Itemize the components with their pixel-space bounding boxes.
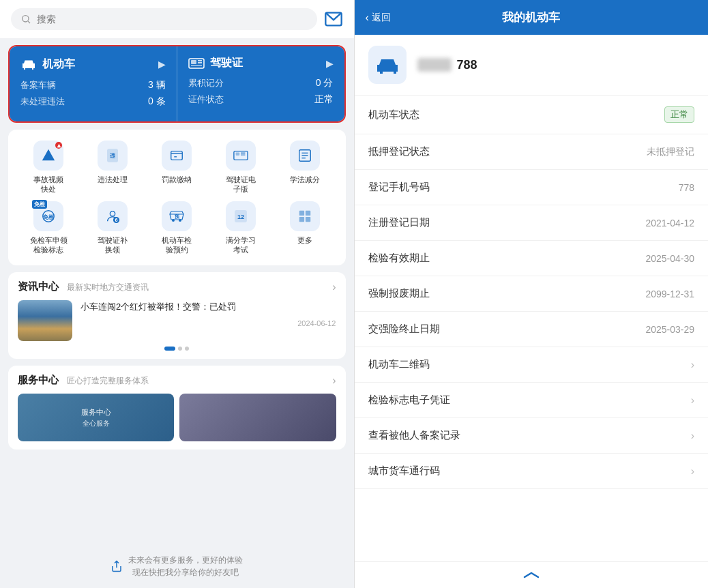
detail-value-6: 2025-03-29 <box>645 324 694 335</box>
detail-list: 机动车状态 正常 抵押登记状态 未抵押登记 登记手机号码 778 注册登记日期 … <box>355 95 709 561</box>
back-button[interactable]: ‹ 返回 <box>366 12 391 24</box>
service-fine-icon <box>162 141 192 171</box>
detail-row-regdate: 注册登记日期 2021-04-12 <box>355 205 709 241</box>
svg-rect-18 <box>236 152 240 156</box>
right-panel: ‹ 返回 我的机动车 788 机动车状态 正常 抵押登记状态 未抵押登记 登记手… <box>355 0 709 588</box>
detail-row-mortgage: 抵押登记状态 未抵押登记 <box>355 134 709 170</box>
service-exempt-label: 免检车申领检验标志 <box>30 235 68 255</box>
vehicle-value-2: 0 条 <box>148 95 166 108</box>
vehicle-label-1: 备案车辆 <box>20 79 56 91</box>
service-booking-icon: 预 <box>162 201 192 231</box>
detail-row-phone: 登记手机号码 778 <box>355 170 709 205</box>
news-arrow-icon[interactable]: › <box>332 281 336 293</box>
service-renew-icon: 6 <box>98 201 128 231</box>
service-booking-label: 机动车检验预约 <box>162 235 192 255</box>
vehicle-value-1: 3 辆 <box>148 79 166 91</box>
service-booking[interactable]: 预 机动车检验预约 <box>145 201 209 255</box>
detail-value-1: 未抵押登记 <box>647 146 694 158</box>
detail-label-6: 交强险终止日期 <box>368 323 440 336</box>
service-fine-label: 罚款缴纳 <box>162 175 192 184</box>
back-label: 返回 <box>372 12 391 24</box>
detail-row-truck-code[interactable]: 城市货车通行码 › <box>355 454 709 489</box>
license-arrow: ▶ <box>326 58 334 69</box>
svg-rect-37 <box>299 217 304 222</box>
news-title-wrap: 资讯中心 最新实时地方交通资讯 <box>18 280 149 293</box>
detail-row-inspect: 检验有效期止 2025-04-30 <box>355 241 709 276</box>
svg-text:6: 6 <box>115 217 118 223</box>
footer-text: 未来会有更多服务，更好的体验 现在快把我分享给你的好友吧 <box>128 554 243 578</box>
detail-row-insurance: 交强险终止日期 2025-03-29 <box>355 312 709 347</box>
detail-row-status: 机动车状态 正常 <box>355 95 709 134</box>
svg-line-1 <box>28 21 30 23</box>
detail-row-inspect-cert[interactable]: 检验标志电子凭证 › <box>355 383 709 418</box>
news-subtitle: 最新实时地方交通资讯 <box>67 282 149 292</box>
services-grid: 事故视频快处 违 违法处理 罚款缴纳 驾驶证电子版 <box>16 141 338 254</box>
vehicle-card-header: 机动车 ▶ <box>20 56 166 72</box>
collapse-icon[interactable] <box>521 570 542 580</box>
service-center-section: 服务中心 匠心打造完整服务体系 › 服务中心 全心服务 <box>8 366 346 450</box>
car-icon <box>20 56 37 72</box>
service-more[interactable]: 更多 <box>273 201 337 255</box>
service-study-label: 学法减分 <box>290 175 320 184</box>
svg-rect-36 <box>306 210 310 215</box>
service-img-1[interactable]: 服务中心 全心服务 <box>18 394 174 441</box>
vehicle-row-2: 未处理违法 0 条 <box>20 95 166 108</box>
license-value-1: 0 分 <box>316 77 334 89</box>
detail-value-3: 2021-04-12 <box>645 218 694 229</box>
news-title-text: 小车连闯2个红灯被举报！交警：已处罚 <box>80 300 336 314</box>
service-accident[interactable]: 事故视频快处 <box>16 141 80 194</box>
service-accident-label: 事故视频快处 <box>33 175 63 194</box>
news-item[interactable]: 小车连闯2个红灯被举报！交警：已处罚 2024-06-12 <box>18 300 336 341</box>
right-header: ‹ 返回 我的机动车 <box>355 0 709 35</box>
service-study-icon <box>290 141 320 171</box>
service-renew[interactable]: 6 驾驶证补换领 <box>80 201 145 255</box>
svg-rect-35 <box>299 210 304 215</box>
detail-row-qrcode[interactable]: 机动车二维码 › <box>355 347 709 383</box>
car-avatar-icon <box>375 55 400 74</box>
service-fullstudy-icon: 12 <box>226 201 256 231</box>
svg-rect-14 <box>171 151 183 160</box>
detail-arrow-8: › <box>691 394 694 407</box>
detail-arrow-10: › <box>691 465 694 477</box>
news-content: 小车连闯2个红灯被举报！交警：已处罚 2024-06-12 <box>80 300 336 327</box>
detail-label-4: 检验有效期止 <box>368 252 430 265</box>
search-input[interactable] <box>37 14 308 25</box>
detail-label-5: 强制报废期止 <box>368 287 430 300</box>
vehicle-card[interactable]: 机动车 ▶ 备案车辆 3 辆 未处理违法 0 条 <box>10 46 177 121</box>
service-ecard[interactable]: 驾驶证电子版 <box>209 141 273 194</box>
license-row-1: 累积记分 0 分 <box>188 77 334 89</box>
back-arrow-icon: ‹ <box>366 12 369 24</box>
service-ecard-label: 驾驶证电子版 <box>226 175 256 194</box>
license-card[interactable]: 驾驶证 ▶ 累积记分 0 分 证件状态 正常 <box>177 46 344 121</box>
service-center-header: 服务中心 匠心打造完整服务体系 › <box>18 374 336 387</box>
service-exempt[interactable]: 免检 免检 免检车申领检验标志 <box>16 201 80 255</box>
svg-point-31 <box>179 219 181 222</box>
service-violation-icon: 违 <box>98 141 128 171</box>
search-icon <box>20 14 31 25</box>
car-avatar <box>368 46 407 84</box>
service-violation-label: 违法处理 <box>98 175 128 184</box>
service-center-arrow-icon[interactable]: › <box>332 374 336 387</box>
service-exempt-icon: 免检 免检 <box>33 201 63 231</box>
detail-arrow-7: › <box>691 359 694 371</box>
detail-label-7: 机动车二维码 <box>368 358 430 371</box>
search-bar <box>0 0 354 38</box>
license-card-header: 驾驶证 ▶ <box>188 56 334 70</box>
mail-icon[interactable] <box>324 10 343 29</box>
service-fine[interactable]: 罚款缴纳 <box>145 141 209 194</box>
license-row-2: 证件状态 正常 <box>188 93 334 106</box>
car-info-header: 788 <box>355 35 709 95</box>
car-plate-blur <box>417 58 452 72</box>
service-violation[interactable]: 违 违法处理 <box>80 141 145 194</box>
search-input-wrap[interactable] <box>11 8 317 30</box>
service-fullstudy[interactable]: 12 满分学习考试 <box>209 201 273 255</box>
detail-arrow-9: › <box>691 430 694 442</box>
service-img-2[interactable] <box>179 394 336 441</box>
service-center-title-wrap: 服务中心 匠心打造完整服务体系 <box>18 374 149 387</box>
vehicle-label-2: 未处理违法 <box>20 95 65 108</box>
detail-row-others-record[interactable]: 查看被他人备案记录 › <box>355 418 709 454</box>
license-label-1: 累积记分 <box>188 77 224 89</box>
bottom-handle <box>355 561 709 588</box>
service-study[interactable]: 学法减分 <box>273 141 337 194</box>
service-accident-icon <box>33 141 63 171</box>
